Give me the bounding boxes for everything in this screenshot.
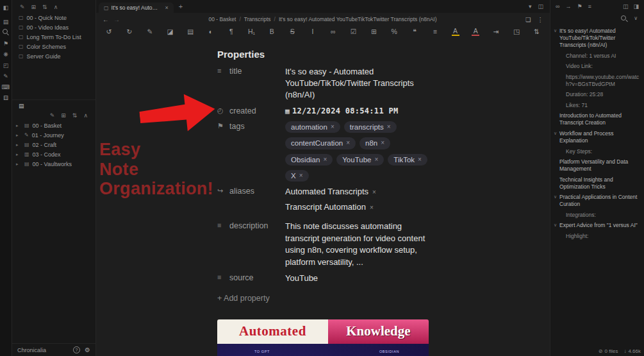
collapse-all-icon[interactable]: ∧ [83,112,88,119]
tag-remove-icon[interactable]: × [381,139,384,148]
chevron-down-icon[interactable]: ∨ [554,222,559,228]
graph-view-icon[interactable]: ❋ [1,49,11,59]
italic-icon[interactable]: I [309,28,317,35]
search-icon[interactable] [1,28,11,37]
alias-remove-icon[interactable]: × [370,203,374,212]
outline-item[interactable]: Technical Insights and Optimization Tric… [554,176,640,191]
search-icon[interactable] [620,14,628,22]
daily-note-icon[interactable]: ✎ [1,71,11,81]
tab-list-icon[interactable]: ▾ [529,3,532,10]
folder-tab-icon[interactable]: ▤ [19,103,24,109]
random-note-icon[interactable]: ⚅ [1,93,11,103]
tag-remove-icon[interactable]: × [346,139,350,148]
property-value-source[interactable]: YouTube [285,273,429,284]
tag-remove-icon[interactable]: × [331,123,334,131]
property-key-source[interactable]: ≡ source [217,273,285,284]
chevron-down-icon[interactable] [554,112,559,113]
outline-item[interactable]: Highlight: [554,233,640,240]
chevron-down-icon[interactable] [560,74,566,74]
strikethrough-icon[interactable]: S [288,28,296,35]
status-item[interactable]: ⊘ 0 files [599,348,618,354]
alias-item[interactable]: Automated Transcripts × [285,186,429,198]
tab-close-icon[interactable]: × [165,4,169,11]
palette-icon[interactable]: ◐ [207,28,215,35]
link-icon[interactable]: ∞ [329,28,337,35]
outline-item[interactable]: ∨ Workflow and Process Explanation [554,130,640,144]
property-key-description[interactable]: ≡ description [217,221,285,268]
more-options-icon[interactable]: ⋮ [538,16,544,23]
bookmark-item[interactable]: ▢ Long Term To-Do List [12,32,95,42]
outline-item[interactable]: ∨ Expert Advice from "1 versus AI" [554,222,640,229]
outline-item[interactable]: Likes: 71 [554,102,640,109]
chevron-down-icon[interactable] [554,158,559,159]
sort-icon[interactable]: ⇅ [72,112,78,119]
property-key-created[interactable]: ◴ created [217,106,285,117]
chevron-down-icon[interactable] [560,63,566,64]
quote-icon[interactable]: ❝ [411,28,418,35]
outline-item[interactable]: ∨ It's so easy! Automated YouTube/TikTok… [554,28,640,49]
sort-icon[interactable]: ⇅ [42,4,47,10]
bookmark-item[interactable]: ▢ Server Guide [12,51,95,61]
property-key-title[interactable]: ≡ title [217,66,285,101]
bookmark-item[interactable]: ▢ Color Schemes [12,42,95,51]
chevron-down-icon[interactable]: ∨ [554,130,559,136]
undo-icon[interactable]: ↺ [105,28,113,35]
font-color-icon[interactable]: A [452,28,459,36]
indent-icon[interactable]: ⇥ [492,28,500,35]
backlinks-icon[interactable]: ∞ [556,3,559,10]
reading-view-icon[interactable]: ❏ [525,16,531,23]
status-item[interactable]: ↓ 4.66k [623,348,641,354]
bookmark-item[interactable]: ▢ 00 - Quick Note [12,13,95,22]
chevron-down-icon[interactable] [560,91,566,92]
property-value-created[interactable]: ▦ 12/21/2024 08:54:11 PM [285,106,429,117]
breadcrumb-item[interactable]: Transcripts [244,16,271,22]
percent-icon[interactable]: % [390,28,398,35]
tag-pill[interactable]: automation × [285,121,340,133]
alias-remove-icon[interactable]: × [372,188,376,197]
chevron-down-icon[interactable]: ∨ [554,28,559,33]
vault-name[interactable]: Chronicalia [17,347,69,353]
eraser-icon[interactable]: ◪ [166,28,174,35]
template-icon[interactable]: ▤ [186,28,194,35]
outline-item[interactable]: Integrations: [554,212,640,219]
command-palette-icon[interactable]: ⌨ [1,82,11,92]
property-value-title[interactable]: It's so easy - Automated YouTube/TikTok/… [285,66,429,101]
chevron-down-icon[interactable] [560,102,566,103]
chevron-down-icon[interactable]: ∨ [554,194,559,199]
property-key-tags[interactable]: ⚑ tags [217,121,285,182]
outgoing-links-icon[interactable]: → [565,3,571,10]
list-icon[interactable]: ≡ [431,28,439,35]
sidebar-left-toggle-icon[interactable]: ◧ [1,3,11,12]
tag-pill[interactable]: transcripts × [344,121,397,133]
files-icon[interactable]: ▤ [1,17,11,26]
chevron-down-icon[interactable] [560,148,566,149]
outline-pane-icon[interactable]: ≡ [588,3,591,10]
breadcrumb-item[interactable]: 00 - Basket [208,16,236,22]
tag-remove-icon[interactable]: × [299,172,303,180]
tag-pill[interactable]: YouTube × [336,154,384,165]
help-icon[interactable]: ? [73,346,80,353]
outline-item[interactable]: Video Link: [554,63,640,70]
property-key-aliases[interactable]: ↪ aliases [217,186,285,216]
redo-icon[interactable]: ↻ [126,28,133,35]
folder-item[interactable]: ▸ ▤ 00 - Vaultworks [12,159,95,169]
bookmarks-icon[interactable]: ⚑ [1,38,11,48]
new-folder-icon[interactable]: ⊞ [61,112,66,119]
tag-remove-icon[interactable]: × [418,156,422,164]
new-note-icon[interactable]: ✎ [20,4,25,10]
folder-item[interactable]: ▸ ✎ 01 - Journey [12,130,95,140]
table-icon[interactable]: ⊞ [370,28,377,35]
new-tab-button[interactable]: + [174,3,188,10]
property-value-description[interactable]: This note discusses automating transcrip… [285,221,429,268]
settings-icon[interactable]: ⚙ [85,346,90,353]
bold-icon[interactable]: B [268,28,276,35]
tags-pane-icon[interactable]: ⚑ [577,3,582,10]
scroll-sync-icon[interactable]: ⇅ [533,28,541,35]
outline-item[interactable]: ∨ Practical Applications in Content Cura… [554,194,640,208]
alias-item[interactable]: Transcript Automation × [285,201,429,213]
heading-icon[interactable]: H₁ [248,28,256,35]
fullscreen-icon[interactable]: ◳ [513,28,520,35]
tag-remove-icon[interactable]: × [323,156,327,164]
tag-remove-icon[interactable]: × [374,156,378,164]
chevron-down-icon[interactable] [560,212,566,212]
